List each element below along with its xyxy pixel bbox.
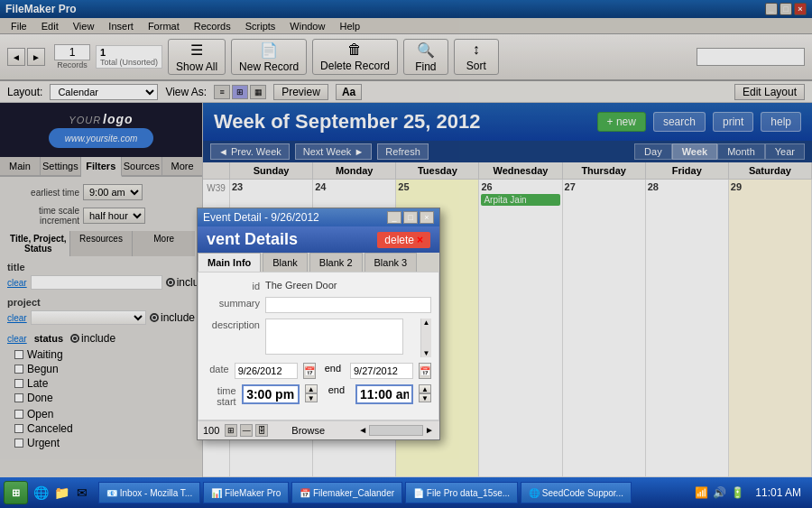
footer-scroll: ◄ ► [358,425,434,436]
modal-tab-blank[interactable]: Blank [263,253,308,272]
desc-scroll-down[interactable]: ▼ [421,349,431,357]
task-seedcode[interactable]: 🌐 SeedCode Suppor... [521,482,632,503]
desc-scroll-up[interactable]: ▲ [421,319,431,327]
taskbar-ie-icon[interactable]: 🌐 [32,484,50,502]
systray-battery-icon[interactable]: 🔋 [730,485,744,500]
description-textarea[interactable] [265,319,403,355]
time-start-spinner: ▲ ▼ [305,384,318,402]
description-container: ▲ ▼ [265,319,431,357]
time-start-down[interactable]: ▼ [305,393,318,402]
systray-volume-icon[interactable]: 🔊 [712,485,726,500]
systray-network-icon[interactable]: 📶 [694,485,708,500]
modal-footer: 100 ⊞ — 🗄 Browse ◄ ► [198,420,439,439]
time-start-up[interactable]: ▲ [305,384,318,393]
desc-scrollbar[interactable]: ▲ ▼ [420,319,431,357]
sys-tray: 📶 🔊 🔋 [694,485,744,500]
time-end-down[interactable]: ▼ [419,393,431,402]
footer-scrollbar[interactable] [369,425,423,436]
taskbar-clock: 11:01 AM [748,486,808,499]
delete-x-icon: × [417,234,423,246]
time-start-input[interactable] [242,384,300,404]
taskbar: ⊞ 🌐 📁 ✉ 📧 Inbox - Mozilla T... 📊 FileMak… [0,477,812,508]
date-label: date [206,363,229,374]
taskbar-tasks: 📧 Inbox - Mozilla T... 📊 FileMaker Pro 📅… [95,482,690,503]
footer-scroll-right[interactable]: ► [425,425,434,436]
footer-icon-nav[interactable]: ⊞ [225,424,237,437]
end-date-picker-btn[interactable]: 📅 [419,363,431,379]
delete-event-btn[interactable]: delete × [377,232,430,248]
taskbar-quick-launch: 🌐 📁 ✉ [32,484,91,502]
modal-tab-blank3[interactable]: Blank 3 [364,253,418,272]
modal-body: id The Green Door summary description ▲ … [198,272,439,420]
footer-record-num: 100 [203,425,219,436]
footer-icons: ⊞ — 🗄 [225,424,268,437]
time-end-up[interactable]: ▲ [419,384,431,393]
time-start-label: time start [206,384,236,407]
footer-mode: Browse [291,425,325,436]
modal-tab-main[interactable]: Main Info [198,253,261,272]
time-end-input[interactable] [355,384,413,404]
footer-icon-lock[interactable]: — [240,424,253,437]
id-row: id The Green Door [206,280,431,291]
taskbar-folder-icon[interactable]: 📁 [52,484,70,502]
event-detail-modal: Event Detail - 9/26/2012 _ □ × vent Deta… [197,208,440,440]
time-row: time start ▲ ▼ end ▲ ▼ [206,384,431,407]
modal-title-bar-text: Event Detail - 9/26/2012 [203,211,319,224]
summary-label: summary [206,297,260,309]
modal-title-bar: Event Detail - 9/26/2012 _ □ × [198,208,439,226]
modal-tabs: Main Info Blank Blank 2 Blank 3 [198,253,439,272]
end-date-input[interactable] [350,363,413,379]
modal-tab-blank2[interactable]: Blank 2 [309,253,363,272]
modal-close-btn[interactable]: × [420,211,434,224]
id-label: id [206,280,260,291]
task-filedata[interactable]: 📄 File Pro data_15se... [405,482,518,503]
start-date-input[interactable] [235,363,298,379]
modal-maximize-btn[interactable]: □ [403,211,418,224]
modal-overlay: Event Detail - 9/26/2012 _ □ × vent Deta… [0,0,812,508]
description-label: description [206,319,260,330]
start-date-picker-btn[interactable]: 📅 [303,363,316,379]
footer-scroll-left[interactable]: ◄ [358,425,367,436]
modal-controls: _ □ × [387,211,434,224]
task-filemaker[interactable]: 📊 FileMaker Pro [203,482,289,503]
id-value: The Green Door [265,280,431,291]
clock-time: 11:01 AM [755,486,801,499]
modal-header: vent Details delete × [198,226,439,253]
task-inbox[interactable]: 📧 Inbox - Mozilla T... [98,482,200,503]
task-calendar[interactable]: 📅 Filemaker_Calander [291,482,402,503]
summary-row: summary [206,297,431,313]
time-end-label: end [328,384,345,395]
taskbar-mail-icon[interactable]: ✉ [73,484,91,502]
footer-icon-db[interactable]: 🗄 [255,424,268,437]
time-end-spinner: ▲ ▼ [419,384,431,402]
delete-label: delete [384,234,414,246]
summary-input[interactable] [265,297,431,313]
start-btn[interactable]: ⊞ [4,481,28,504]
modal-minimize-btn[interactable]: _ [387,211,401,224]
end-date-label: end [325,363,341,374]
modal-title: vent Details [207,230,298,249]
date-row: date 📅 end 📅 [206,363,431,379]
description-row: description ▲ ▼ [206,319,431,357]
